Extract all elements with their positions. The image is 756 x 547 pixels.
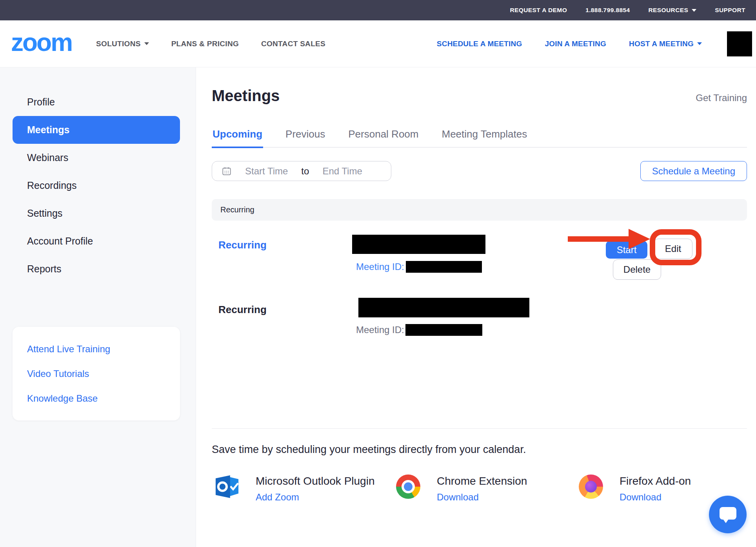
host-a-meeting-menu[interactable]: HOST A MEETING — [629, 40, 702, 48]
site-header: zoom SOLUTIONS PLANS & PRICING CONTACT S… — [0, 20, 756, 67]
sidebar-nav: Profile Meetings Webinars Recordings Set… — [0, 67, 196, 283]
chevron-down-icon — [697, 42, 702, 45]
meetings-tabs: Upcoming Previous Personal Room Meeting … — [212, 128, 747, 148]
help-card: Attend Live Training Video Tutorials Kno… — [13, 327, 180, 420]
date-range-filter[interactable]: Start Time to End Time — [212, 161, 391, 181]
redacted-meeting-topic — [358, 298, 529, 317]
header-actions: SCHEDULE A MEETING JOIN A MEETING HOST A… — [437, 31, 752, 56]
meeting-id-label: Meeting ID: — [356, 261, 404, 272]
page-title: Meetings — [212, 87, 280, 105]
zoom-web-portal: REQUEST A DEMO 1.888.799.8854 RESOURCES … — [0, 0, 756, 547]
schedule-a-meeting-button[interactable]: Schedule a Meeting — [640, 161, 747, 181]
recurring-section-bar: Recurring — [212, 199, 747, 221]
sidebar-item-profile[interactable]: Profile — [0, 88, 196, 116]
firefox-download-link[interactable]: Download — [620, 492, 662, 503]
filter-row: Start Time to End Time Schedule a Meetin… — [212, 161, 747, 181]
plugins-row: Microsoft Outlook Plugin Add Zoom Chrome… — [212, 475, 747, 518]
chrome-extension-title: Chrome Extension — [437, 475, 527, 488]
attend-live-training-link[interactable]: Attend Live Training — [27, 337, 180, 361]
phone-link[interactable]: 1.888.799.8854 — [585, 7, 630, 14]
resources-label: RESOURCES — [648, 7, 688, 14]
schedule-a-meeting-link[interactable]: SCHEDULE A MEETING — [437, 40, 522, 48]
join-a-meeting-link[interactable]: JOIN A MEETING — [545, 40, 606, 48]
sidebar-item-meetings[interactable]: Meetings — [13, 116, 180, 144]
sidebar-item-account-profile[interactable]: Account Profile — [0, 227, 196, 255]
end-time-placeholder[interactable]: End Time — [322, 166, 362, 177]
start-button[interactable]: Start — [606, 241, 647, 259]
meeting-row-2-recurring-label: Recurring — [218, 304, 267, 316]
chrome-extension-item: Chrome Extension Download — [396, 475, 527, 503]
outlook-plugin-item: Microsoft Outlook Plugin Add Zoom — [215, 475, 374, 503]
sidebar-item-recordings[interactable]: Recordings — [0, 172, 196, 199]
tab-upcoming[interactable]: Upcoming — [212, 128, 263, 148]
meeting-list: Recurring Meeting ID: Start Edit Delete … — [212, 221, 747, 428]
redacted-meeting-id — [405, 324, 482, 336]
main-nav: SOLUTIONS PLANS & PRICING CONTACT SALES — [96, 40, 325, 48]
filter-joiner: to — [301, 166, 309, 177]
firefox-icon — [579, 475, 603, 499]
sidebar: Profile Meetings Webinars Recordings Set… — [0, 67, 196, 547]
get-training-link[interactable]: Get Training — [696, 92, 747, 103]
firefox-addon-item: Firefox Add-on Download — [579, 475, 691, 503]
title-row: Meetings Get Training — [212, 87, 747, 105]
chrome-icon — [396, 475, 420, 499]
divider — [212, 428, 747, 429]
start-time-placeholder[interactable]: Start Time — [245, 166, 288, 177]
outlook-icon — [215, 475, 239, 499]
request-demo-link[interactable]: REQUEST A DEMO — [510, 7, 567, 14]
section-label: Recurring — [220, 205, 254, 214]
tab-previous[interactable]: Previous — [285, 128, 326, 147]
delete-button[interactable]: Delete — [613, 259, 661, 280]
support-link[interactable]: SUPPORT — [715, 7, 745, 14]
video-tutorials-link[interactable]: Video Tutorials — [27, 361, 180, 386]
avatar[interactable] — [727, 31, 752, 56]
chat-icon — [720, 507, 736, 520]
topbar: REQUEST A DEMO 1.888.799.8854 RESOURCES … — [0, 0, 756, 20]
tab-personal-room[interactable]: Personal Room — [347, 128, 419, 147]
chrome-download-link[interactable]: Download — [437, 492, 479, 503]
host-a-meeting-label: HOST A MEETING — [629, 40, 694, 48]
firefox-addon-title: Firefox Add-on — [620, 475, 691, 488]
meeting-id-label: Meeting ID: — [356, 324, 404, 335]
chevron-down-icon — [692, 9, 696, 12]
tab-meeting-templates[interactable]: Meeting Templates — [441, 128, 528, 147]
sidebar-item-webinars[interactable]: Webinars — [0, 144, 196, 172]
nav-solutions[interactable]: SOLUTIONS — [96, 40, 149, 48]
redacted-meeting-id — [406, 261, 482, 273]
calendar-note: Save time by scheduling your meetings di… — [212, 444, 747, 456]
edit-button[interactable]: Edit — [654, 239, 692, 259]
solutions-label: SOLUTIONS — [96, 40, 141, 48]
redacted-meeting-topic — [352, 235, 485, 254]
nav-contact-sales[interactable]: CONTACT SALES — [261, 40, 325, 48]
main-content: Meetings Get Training Upcoming Previous … — [196, 67, 756, 547]
page-body: Profile Meetings Webinars Recordings Set… — [0, 67, 756, 547]
chevron-down-icon — [144, 42, 149, 45]
zoom-logo[interactable]: zoom — [11, 30, 72, 58]
meeting-row-1-recurring-link[interactable]: Recurring — [218, 239, 267, 251]
sidebar-item-settings[interactable]: Settings — [0, 199, 196, 227]
resources-menu[interactable]: RESOURCES — [648, 7, 696, 14]
calendar-icon — [222, 166, 232, 176]
knowledge-base-link[interactable]: Knowledge Base — [27, 386, 180, 411]
add-zoom-link[interactable]: Add Zoom — [256, 492, 299, 503]
chat-widget-button[interactable] — [709, 496, 747, 533]
outlook-plugin-title: Microsoft Outlook Plugin — [256, 475, 374, 488]
sidebar-item-reports[interactable]: Reports — [0, 255, 196, 283]
nav-plans-pricing[interactable]: PLANS & PRICING — [171, 40, 239, 48]
